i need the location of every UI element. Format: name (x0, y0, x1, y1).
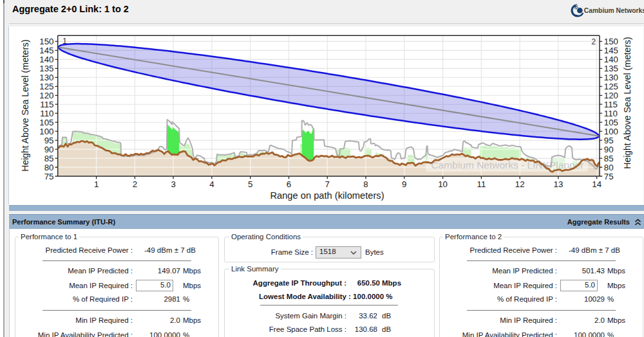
svg-text:95: 95 (44, 136, 54, 145)
svg-text:110: 110 (604, 109, 618, 118)
svg-text:10: 10 (438, 179, 448, 189)
svg-text:2: 2 (591, 37, 596, 46)
svg-text:13: 13 (554, 179, 564, 189)
svg-text:Height Above Sea Level (meters: Height Above Sea Level (meters) (622, 37, 632, 168)
svg-text:90: 90 (604, 145, 614, 154)
svg-text:145: 145 (604, 46, 618, 55)
svg-text:11: 11 (477, 179, 486, 189)
svg-text:90: 90 (44, 145, 54, 154)
svg-text:135: 135 (604, 64, 618, 73)
svg-text:Range on path (kilometers): Range on path (kilometers) (270, 190, 384, 201)
svg-text:Cambium Networks: Cambium Networks (584, 7, 644, 14)
svg-text:115: 115 (604, 100, 618, 109)
svg-text:1: 1 (94, 179, 99, 189)
svg-text:3: 3 (171, 179, 175, 189)
svg-text:100: 100 (39, 127, 53, 136)
svg-text:150: 150 (39, 37, 53, 46)
svg-text:6: 6 (287, 179, 291, 189)
svg-text:125: 125 (604, 82, 618, 91)
svg-text:145: 145 (39, 46, 53, 55)
svg-text:95: 95 (604, 136, 614, 145)
svg-text:110: 110 (40, 109, 53, 118)
svg-text:5: 5 (248, 179, 252, 189)
svg-text:105: 105 (39, 118, 53, 127)
svg-text:75: 75 (44, 172, 54, 181)
svg-text:Height Above Sea Level (meters: Height Above Sea Level (meters) (20, 39, 30, 171)
svg-text:75: 75 (604, 172, 614, 181)
svg-text:14: 14 (592, 179, 601, 189)
svg-text:12: 12 (515, 179, 525, 189)
svg-text:125: 125 (39, 82, 53, 91)
svg-text:8: 8 (363, 179, 368, 189)
svg-text:150: 150 (604, 37, 618, 46)
svg-text:4: 4 (209, 179, 214, 189)
svg-text:120: 120 (39, 91, 53, 100)
svg-text:140: 140 (604, 55, 618, 64)
svg-text:80: 80 (44, 163, 54, 172)
svg-text:100: 100 (604, 127, 618, 136)
svg-text:130: 130 (604, 73, 618, 82)
svg-text:7: 7 (325, 179, 330, 189)
svg-text:135: 135 (39, 64, 53, 73)
svg-text:85: 85 (44, 154, 54, 163)
svg-text:130: 130 (39, 73, 53, 82)
svg-text:1: 1 (62, 37, 67, 46)
svg-text:115: 115 (40, 100, 53, 109)
svg-text:9: 9 (402, 179, 406, 189)
svg-text:Cambium Networks - LINKPlanner: Cambium Networks - LINKPlanner (431, 159, 584, 170)
svg-text:85: 85 (604, 154, 614, 163)
svg-text:105: 105 (604, 118, 618, 127)
svg-text:2: 2 (133, 179, 137, 189)
svg-text:140: 140 (39, 55, 53, 64)
svg-text:120: 120 (604, 91, 618, 100)
svg-text:80: 80 (604, 163, 614, 172)
